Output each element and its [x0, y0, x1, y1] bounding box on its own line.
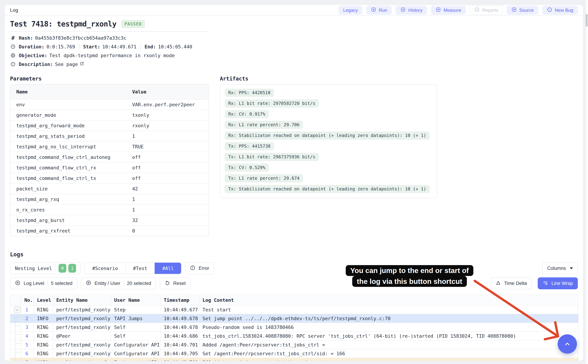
log-level-label: Log Level — [24, 281, 44, 286]
log-row-number-cell: 3 — [21, 323, 34, 332]
log-row-entity: perf/testpmd_rxonly — [53, 323, 111, 332]
run-button[interactable]: Run — [366, 6, 392, 15]
source-button[interactable]: Source — [507, 6, 538, 15]
log-row[interactable]: 7WARNperf/testpmd_rxonlyEnvironment LIB1… — [10, 358, 578, 361]
hash-value: 0a455b3f83e8c3fbccb654aa97a33c3c — [35, 35, 126, 41]
parameter-name: testpmd_command_flow_ctrl_autoneg — [10, 152, 126, 162]
history-button[interactable]: History — [396, 6, 427, 15]
plus-circle-icon — [86, 280, 91, 287]
start-value: 10:44:49.671 — [102, 44, 136, 49]
target-icon — [10, 53, 16, 58]
log-row-number-link[interactable]: 7 — [21, 360, 33, 361]
log-row-timestamp: 10:44:49.701 — [160, 340, 199, 349]
error-filter-button[interactable]: Error — [185, 262, 214, 274]
log-row-timestamp: 10:44:49.677 — [160, 305, 199, 314]
hash-row: # Hash: 0a455b3f83e8c3fbccb654aa97a33c3c — [10, 33, 578, 42]
columns-dropdown[interactable]: Columns — [542, 262, 578, 274]
log-row-number-link[interactable]: 3 — [21, 325, 33, 330]
entity-user-count: 20 selected — [127, 281, 151, 286]
log-row-user: Step — [111, 305, 160, 314]
parameter-name: testpmd_command_flow_ctrl_rx — [10, 162, 126, 173]
artifact-chip: Rx: L1 bit rate: 2970582720 bit/s — [225, 99, 319, 107]
log-row-user: Configurator API — [111, 340, 160, 349]
log-row-user: Environment LIB — [111, 358, 160, 361]
log-row[interactable]: 3RINGperf/testpmd_rxonlySelf10:44:49.678… — [10, 323, 578, 332]
clock-icon — [10, 44, 16, 49]
log-col-level: Level — [34, 295, 53, 305]
parameter-value: off — [126, 162, 209, 173]
scrollbar-track[interactable] — [585, 0, 588, 364]
parameter-row: testpmd_arg_stats_period1 — [10, 131, 209, 141]
parameter-row: testpmd_command_flow_ctrl_autonegoff — [10, 152, 209, 162]
reports-icon — [474, 7, 480, 14]
parameters-heading: Parameters — [10, 76, 209, 82]
filter-divider — [55, 265, 55, 271]
scope-segment-test[interactable]: #Test — [125, 263, 155, 274]
legacy-button[interactable]: Legacy — [339, 6, 362, 15]
log-row-timestamp: 10:44:49.705 — [160, 349, 199, 358]
tooltip-line-1: You can jump to the end or start of — [346, 265, 473, 276]
parameter-name: testpmd_arg_forward_mode — [10, 120, 126, 131]
info-icon — [10, 62, 16, 67]
tree-line-vertical — [15, 340, 15, 349]
nesting-level-filter[interactable]: Nesting Level 01 — [10, 262, 81, 274]
log-level-filter[interactable]: Log Level 5 selected — [10, 277, 77, 289]
reset-icon — [164, 280, 170, 287]
log-row-number-link[interactable]: 4 — [21, 333, 33, 339]
run-button-label: Run — [379, 7, 387, 13]
scope-segment-all[interactable]: #All — [155, 263, 181, 274]
log-row[interactable]: 6RINGperf/testpmd_rxonlyConfigurator API… — [10, 349, 578, 358]
parameter-name: packet_size — [10, 183, 126, 194]
tooltip-line-2: the log via this button shortcut — [352, 276, 467, 287]
duration-value: 0:0:15.769 — [46, 44, 75, 49]
log-row-number-cell: 5 — [21, 340, 34, 349]
meta-separator — [140, 44, 141, 49]
log-row-number-link[interactable]: 1 — [21, 307, 33, 312]
reset-filters-button[interactable]: Reset — [160, 277, 191, 289]
history-button-label: History — [408, 7, 422, 13]
log-row-number-link[interactable]: 2 — [21, 316, 33, 321]
new-bug-icon — [547, 7, 552, 14]
see-page-link[interactable]: See page — [55, 61, 84, 67]
collapse-button[interactable]: - — [14, 306, 21, 313]
reports-button-label: Reports — [482, 7, 498, 13]
logs-heading: Logs — [10, 251, 578, 258]
log-row-number-link[interactable]: 5 — [21, 342, 33, 348]
chevron-down-icon — [570, 267, 573, 269]
artifact-chip: Tx: L1 rate percent: 29.674 — [225, 174, 303, 182]
measure-icon — [435, 7, 441, 14]
page-title: Log — [10, 7, 18, 13]
entity-user-filter[interactable]: Entity / User 20 selected — [81, 277, 156, 289]
log-row-content: Test start — [199, 305, 578, 314]
tree-line-vertical — [15, 332, 15, 340]
parameter-row: n_rx_cores1 — [10, 204, 209, 215]
scrollbar-thumb[interactable] — [586, 14, 588, 27]
log-row-number-link[interactable]: 6 — [21, 351, 33, 356]
log-row-tree-cell — [10, 332, 21, 340]
scope-segment-scenario[interactable]: #Scenario — [85, 263, 125, 274]
jump-to-top-button[interactable] — [558, 334, 577, 354]
nesting-level-chip[interactable]: 0 — [58, 264, 66, 273]
source-icon — [511, 7, 517, 14]
log-row[interactable]: -1RINGperf/testpmd_rxonlyStep10:44:49.67… — [10, 305, 578, 314]
top-actions: Legacy Run History Measure Reports Sourc… — [339, 6, 578, 15]
tree-line-branch — [15, 361, 21, 361]
parameter-row: testpmd_arg_rxfreet0 — [10, 226, 209, 236]
log-row[interactable]: 4RING@PeerSelf10:44:49.686tst_jobs_ctrl.… — [10, 332, 578, 340]
log-row-entity: perf/testpmd_rxonly — [53, 314, 111, 323]
log-row-level: RING — [34, 305, 53, 314]
line-wrap-button[interactable]: Line Wrap — [538, 277, 578, 289]
tree-line-vertical — [15, 349, 15, 358]
parameter-row: testpmd_arg_rxq1 — [10, 194, 209, 204]
log-row-number-cell: 1 — [21, 305, 34, 314]
parameter-row: envVAR.env.perf.peer2peer — [10, 99, 209, 110]
description-row: Description: See page — [10, 60, 578, 69]
parameter-value: TRUE — [126, 141, 209, 152]
nesting-level-chip[interactable]: 1 — [68, 264, 76, 273]
measure-button[interactable]: Measure — [431, 6, 466, 15]
new-bug-button[interactable]: New Bug — [542, 6, 578, 15]
log-row[interactable]: 5RINGperf/testpmd_rxonlyConfigurator API… — [10, 340, 578, 349]
log-row-level: RING — [34, 332, 53, 340]
log-row[interactable]: 2INFOperf/testpmd_rxonlyTAPI Jumps10:44:… — [10, 314, 578, 323]
log-row-content: Pseudo-random seed is 1483780466 — [199, 323, 578, 332]
